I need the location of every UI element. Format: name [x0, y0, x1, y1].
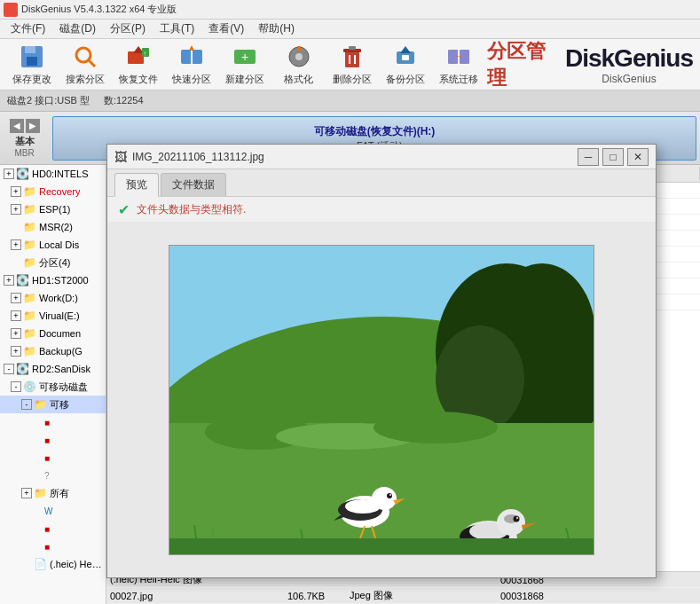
btn-recover[interactable]: ↑ 恢复文件	[114, 43, 163, 87]
s3-icon: ■	[44, 539, 59, 553]
svg-rect-25	[402, 55, 409, 60]
dialog-file-icon: 🖼	[114, 150, 127, 164]
svg-line-59	[482, 554, 487, 555]
sidebar-item-removable[interactable]: - 💿 可移动磁盘	[0, 378, 106, 396]
bottom-num-2: 00031868	[497, 591, 700, 601]
dialog-maximize-btn[interactable]: □	[602, 148, 624, 166]
heic-label: (.heic) Heif-Heic 图像	[50, 558, 102, 571]
dialog-title-bar: 🖼 IMG_20211106_113112.jpg ─ □ ✕	[107, 145, 656, 169]
preview-svg	[169, 246, 594, 555]
menu-tools[interactable]: 工具(T)	[153, 20, 201, 38]
btn-migrate[interactable]: → 系统迁移	[434, 43, 484, 87]
svg-point-57	[504, 514, 518, 523]
recovery-label: Recovery	[39, 186, 80, 197]
sidebar-item-f3[interactable]: + ■	[0, 449, 106, 467]
partition-name: 可移动磁盘(恢复文件)(H:)	[314, 124, 436, 139]
btn-save[interactable]: 保存更改	[7, 43, 57, 87]
hd0-label: HD0:INTELS	[32, 169, 89, 179]
migrate-label: 系统迁移	[439, 73, 478, 86]
sidebar-item-f2[interactable]: + ■	[0, 431, 106, 449]
dialog-title: IMG_20211106_113112.jpg	[132, 151, 578, 163]
sidebar-item-hd0[interactable]: + 💽 HD0:INTELS	[0, 165, 106, 183]
sidebar-item-hd1[interactable]: + 💽 HD1:ST2000	[0, 271, 106, 289]
nav-left-arrow[interactable]: ◀	[10, 119, 24, 133]
sidebar-item-f1[interactable]: + ■	[0, 413, 106, 431]
expand-kefu[interactable]: -	[21, 399, 32, 410]
virual-icon: 📁	[23, 309, 37, 323]
expand-virual[interactable]: +	[11, 310, 21, 321]
search-icon	[71, 43, 99, 71]
menu-help[interactable]: 帮助(H)	[251, 20, 302, 38]
btn-delete-partition[interactable]: 删除分区	[327, 43, 377, 87]
expand-esp[interactable]: +	[11, 204, 21, 215]
f4-icon: ?	[44, 468, 59, 482]
heic-icon: 📄	[34, 557, 48, 571]
sidebar-item-rd2[interactable]: - 💽 RD2:SanDisk	[0, 360, 106, 378]
disk-nav: ◀ ▶ 基本 MBR	[0, 115, 49, 161]
nav-label: 基本	[15, 135, 35, 148]
sidebar-item-suoyou[interactable]: + 📁 所有	[0, 484, 106, 502]
sidebar-item-f4[interactable]: + ?	[0, 467, 106, 484]
sidebar-item-work[interactable]: + 📁 Work(D:)	[0, 289, 106, 307]
recover-icon: ↑	[124, 43, 153, 71]
expand-suoyou[interactable]: +	[21, 488, 32, 498]
expand-localdis[interactable]: +	[11, 239, 21, 250]
removable-label: 可移动磁盘	[39, 380, 88, 394]
sidebar-item-recovery[interactable]: + 📁 Recovery	[0, 183, 106, 200]
menu-view[interactable]: 查看(V)	[201, 20, 251, 38]
sidebar-item-virual[interactable]: + 📁 Virual(E:)	[0, 307, 106, 325]
btn-backup[interactable]: 备份分区	[381, 43, 430, 87]
sidebar-item-s1[interactable]: + W	[0, 502, 106, 520]
sidebar-item-esp[interactable]: + 📁 ESP(1)	[0, 200, 106, 218]
f2-icon: ■	[44, 433, 59, 447]
f1-icon: ■	[44, 415, 59, 429]
dialog-minimize-btn[interactable]: ─	[578, 148, 599, 166]
btn-search[interactable]: 搜索分区	[60, 43, 110, 87]
svg-marker-12	[189, 45, 194, 51]
work-label: Work(D:)	[39, 293, 78, 303]
sidebar-item-msr[interactable]: + 📁 MSR(2)	[0, 218, 106, 236]
menu-file[interactable]: 文件(F)	[4, 20, 52, 38]
menu-disk[interactable]: 磁盘(D)	[52, 20, 103, 38]
svg-rect-17	[297, 46, 301, 51]
dialog-buttons: ─ □ ✕	[578, 148, 649, 166]
toolbar: 保存更改 搜索分区 ↑ 恢复文件 快	[0, 39, 700, 90]
svg-rect-61	[169, 538, 594, 555]
expand-backup[interactable]: +	[11, 346, 21, 357]
btn-new-partition[interactable]: + 新建分区	[220, 43, 270, 87]
menu-partition[interactable]: 分区(P)	[103, 20, 153, 38]
expand-hd1[interactable]: +	[4, 275, 14, 286]
sidebar-item-part4[interactable]: + 📁 分区(4)	[0, 254, 106, 271]
sidebar-item-s3[interactable]: + ■	[0, 537, 106, 555]
btn-quick-partition[interactable]: 快速分区	[167, 43, 216, 87]
svg-rect-6	[128, 51, 144, 64]
expand-work[interactable]: +	[11, 293, 21, 303]
nav-right-arrow[interactable]: ▶	[26, 119, 40, 133]
sidebar-item-document[interactable]: + 📁 Documen	[0, 325, 106, 342]
tab-preview[interactable]: 预览	[114, 173, 159, 197]
disk-nav-arrows: ◀ ▶	[10, 119, 40, 133]
status-check-icon: ✔	[118, 201, 130, 218]
expand-recovery[interactable]: +	[11, 186, 21, 197]
sidebar-item-localdis[interactable]: + 📁 Local Dis	[0, 236, 106, 254]
svg-point-39	[374, 412, 498, 443]
preview-image-container	[169, 245, 594, 555]
sidebar-item-backup[interactable]: + 📁 Backup(G	[0, 342, 106, 360]
sidebar-item-s2[interactable]: + ■	[0, 520, 106, 537]
bottom-row-2[interactable]: 00027.jpg 106.7KB Jpeg 图像 00031868	[106, 588, 700, 604]
tab-filedata[interactable]: 文件数据	[161, 173, 226, 196]
localdis-icon: 📁	[23, 238, 37, 252]
dialog-tabs: 预览 文件数据	[107, 169, 656, 197]
dialog-close-btn[interactable]: ✕	[627, 148, 649, 166]
expand-removable[interactable]: -	[11, 381, 21, 392]
expand-hd0[interactable]: +	[4, 169, 14, 179]
msr-icon: 📁	[23, 220, 37, 234]
disk-label: 磁盘2 接口:USB 型	[7, 94, 90, 107]
sidebar-item-heic[interactable]: + 📄 (.heic) Heif-Heic 图像	[0, 555, 106, 573]
expand-rd2[interactable]: -	[4, 364, 14, 374]
save-icon	[18, 43, 46, 71]
expand-document[interactable]: +	[11, 328, 21, 339]
btn-format[interactable]: 格式化	[273, 43, 323, 87]
sidebar-item-kefu[interactable]: - 📁 可移	[0, 396, 106, 413]
search-label: 搜索分区	[66, 73, 105, 86]
